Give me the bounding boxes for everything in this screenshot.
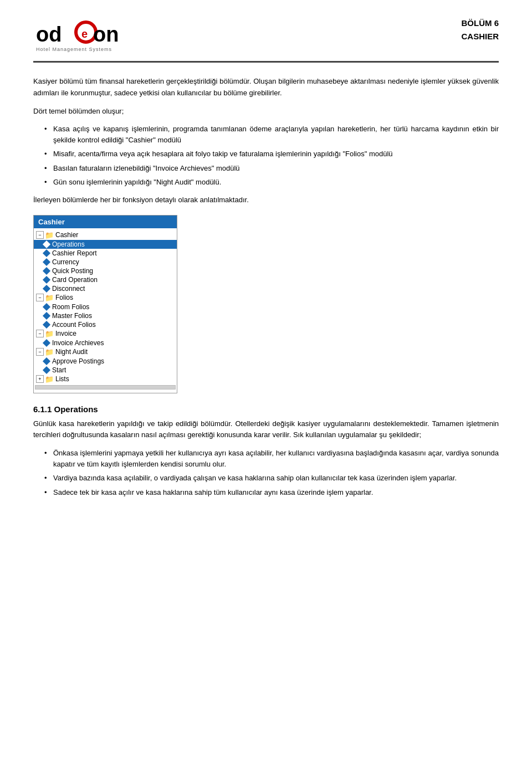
menu-operations[interactable]: Operations [34,240,177,249]
folder-icon: 📁 [45,294,54,302]
menu-currency[interactable]: Currency [34,258,177,267]
menu-approve-postings[interactable]: Approve Postings [34,357,177,366]
diamond-icon [43,321,50,329]
svg-text:e: e [81,28,88,40]
menu-item-label: Room Folios [52,303,89,311]
bullet-item: Önkasa işlemlerini yapmaya yetkili her k… [44,448,499,469]
menu-item-label: Master Folios [52,312,92,320]
diamond-icon [43,357,50,365]
intro-para2: Dört temel bölümden oluşur; [33,106,499,117]
menu-cashier-report[interactable]: Cashier Report [34,249,177,258]
menu-invoice-archieves[interactable]: Invoice Archieves [34,339,177,347]
diamond-icon [43,276,50,284]
folder-icon: 📁 [45,330,54,338]
menu-folios-root[interactable]: − 📁 Folios [34,293,177,303]
diamond-icon [43,366,50,374]
menu-card-operation[interactable]: Card Operation [34,275,177,284]
menu-master-folios[interactable]: Master Folios [34,311,177,320]
menu-invoice-root[interactable]: − 📁 Invoice [34,329,177,339]
section611-para1: Günlük kasa hareketlerin yapıldığı ve ta… [33,418,499,442]
menu-account-folios[interactable]: Account Folios [34,320,177,329]
menu-room-folios[interactable]: Room Folios [34,303,177,311]
menu-disconnect[interactable]: Disconnect [34,284,177,293]
svg-text:od: od [36,23,62,46]
chapter-title: BÖLÜM 6 CASHIER [461,17,499,43]
menu-item-label: Folios [55,294,73,301]
bullet-item: Basılan faturaların izlenebildiği "Invoi… [44,163,499,174]
menu-item-label: Invoice Archieves [52,339,104,347]
menu-panel-body: − 📁 Cashier Operations Cashier Report Cu… [34,228,177,393]
expand-minus-icon: − [36,294,44,301]
folder-icon: 📁 [45,231,54,239]
expand-minus-icon: − [36,348,44,356]
section611-bullets: Önkasa işlemlerini yapmaya yetkili her k… [44,448,499,498]
menu-panel-header: Cashier [34,216,177,228]
menu-item-label: Card Operation [52,276,98,284]
menu-item-label: Account Folios [52,321,96,329]
diamond-icon [43,303,50,311]
page: od e on Hotel Management Systems BÖLÜM 6… [0,0,532,521]
odeon-logo: od e on Hotel Management Systems [33,17,144,55]
menu-quick-posting[interactable]: Quick Posting [34,267,177,275]
expand-plus-icon: + [36,375,44,383]
diamond-icon [43,267,50,275]
menu-item-label: Cashier [55,231,78,239]
folder-icon: 📁 [45,375,54,383]
cashier-menu-panel: Cashier − 📁 Cashier Operations Cashier R… [33,215,177,393]
page-header: od e on Hotel Management Systems BÖLÜM 6… [33,17,499,63]
expand-minus-icon: − [36,231,44,239]
menu-cashier-root[interactable]: − 📁 Cashier [34,230,177,240]
intro-bullets: Kasa açılış ve kapanış işlemlerinin, pro… [44,124,499,188]
section-611-title: 6.1.1 Operations [33,404,499,414]
logo-area: od e on Hotel Management Systems [33,17,144,55]
menu-item-label: Night Audit [55,348,88,356]
bullet-item: Vardiya bazında kasa açılabilir, o vardi… [44,473,499,484]
menu-item-label: Start [52,366,66,374]
chapter-name: CASHIER [461,30,499,43]
menu-item-label: Currency [52,258,79,266]
scrollbar[interactable] [35,385,176,390]
menu-item-label: Quick Posting [52,267,93,275]
menu-item-label: Operations [52,240,85,248]
intro-para3: İlerleyen bölümlerde her bir fonksiyon d… [33,194,499,206]
menu-item-label: Invoice [55,330,76,337]
svg-text:Hotel Management Systems: Hotel Management Systems [36,47,112,52]
menu-start[interactable]: Start [34,366,177,375]
menu-item-label: Approve Postings [52,357,104,365]
svg-text:on: on [93,23,119,46]
chapter-number: BÖLÜM 6 [461,17,499,30]
menu-item-label: Cashier Report [52,249,97,257]
bullet-item: Misafir, acenta/firma veya açık hesaplar… [44,148,499,160]
diamond-icon [43,339,50,347]
bullet-item: Sadece tek bir kasa açılır ve kasa hakla… [44,487,499,498]
diamond-icon [43,312,50,320]
bullet-item: Kasa açılış ve kapanış işlemlerinin, pro… [44,124,499,145]
diamond-icon [43,285,50,293]
diamond-icon [43,249,50,257]
menu-lists-root[interactable]: + 📁 Lists [34,375,177,384]
bullet-item: Gün sonu işlemlerinin yapıldığı "Night A… [44,177,499,188]
intro-para1: Kasiyer bölümü tüm finansal hareketlerin… [33,76,499,99]
menu-night-audit-root[interactable]: − 📁 Night Audit [34,347,177,357]
diamond-icon [43,240,50,248]
folder-icon: 📁 [45,348,54,356]
diamond-icon [43,258,50,266]
menu-item-label: Lists [55,375,69,383]
expand-minus-icon: − [36,330,44,337]
menu-item-label: Disconnect [52,285,85,293]
